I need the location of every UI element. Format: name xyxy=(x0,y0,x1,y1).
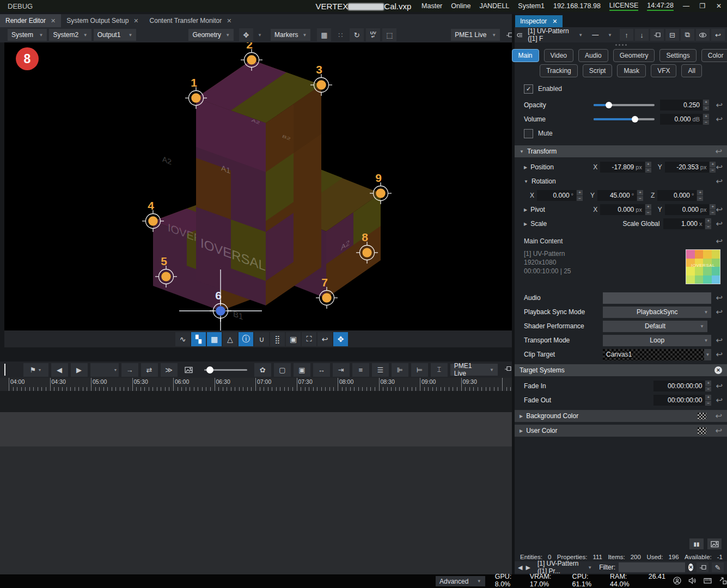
thumbnail-display-button[interactable] xyxy=(180,363,197,377)
pin-icon[interactable] xyxy=(504,365,512,375)
multi-select-button[interactable]: ⧉ xyxy=(681,29,694,41)
texture-preview-button[interactable]: ▚ xyxy=(191,332,206,346)
category-tab-audio[interactable]: Audio xyxy=(578,49,608,62)
undo-icon[interactable]: ↩ xyxy=(716,114,723,124)
frame-selection-button[interactable]: ▣ xyxy=(294,363,310,377)
pause-button[interactable]: ▮▮ xyxy=(689,538,704,549)
position-y-value[interactable]: -20.353px xyxy=(665,162,710,173)
dock-button[interactable]: ⊟ xyxy=(665,29,679,41)
minimize-button[interactable]: — xyxy=(682,2,690,10)
move-down-button[interactable]: ↓ xyxy=(635,29,649,41)
undo-icon[interactable]: ↩ xyxy=(716,395,723,405)
background-color-swatch[interactable] xyxy=(698,413,706,420)
rotation-z-value[interactable]: 0.000° xyxy=(657,190,697,201)
playback-sync-select[interactable]: PlaybackSync▼ xyxy=(603,307,711,318)
undo-icon[interactable]: ↩ xyxy=(716,307,723,317)
zoom-slider[interactable] xyxy=(204,369,247,371)
mute-checkbox[interactable] xyxy=(524,129,533,138)
rotation-y-stepper[interactable]: +− xyxy=(637,190,643,201)
position-x-stepper[interactable]: +− xyxy=(645,162,651,173)
scale-stepper[interactable]: +− xyxy=(705,218,711,229)
goto-cue-button[interactable]: → xyxy=(121,363,138,377)
info-overlay-button[interactable]: ⓘ xyxy=(239,332,253,346)
insert-button[interactable]: ⇥ xyxy=(333,363,350,377)
close-icon[interactable]: ✕ xyxy=(227,17,231,24)
prev-entity-button[interactable]: ◀ xyxy=(518,564,522,571)
pivot-y-stepper[interactable]: +− xyxy=(710,204,716,215)
undo-icon[interactable]: ↩ xyxy=(716,381,723,391)
bounds-button[interactable]: ▣ xyxy=(286,332,301,346)
user-color-header[interactable]: ▶User Color ↩ xyxy=(515,425,727,437)
undo-view-button[interactable]: ↩ xyxy=(317,332,332,346)
grid-button[interactable]: ▦ xyxy=(207,332,222,346)
previous-cue-button[interactable]: ◀ xyxy=(51,363,68,377)
playhead-indicator[interactable] xyxy=(4,364,5,376)
user-color-swatch[interactable] xyxy=(698,427,706,434)
position-x-value[interactable]: -17.809px xyxy=(600,162,645,173)
clip-target-select[interactable]: Canvas1 ▼ xyxy=(603,349,711,360)
gizmo-button[interactable]: ✥ xyxy=(333,332,348,346)
projector-cone-button[interactable]: △ xyxy=(223,332,237,346)
fit-horizontal-button[interactable]: ↔ xyxy=(313,363,330,377)
undo-icon[interactable]: ↩ xyxy=(716,350,723,359)
pivot-x-stepper[interactable]: +− xyxy=(645,204,651,215)
grid-toggle-button[interactable]: ▦ xyxy=(317,28,331,41)
move-tool-button[interactable]: ✥ xyxy=(239,28,253,41)
entity-nav-select[interactable]: [1] UV-Pattern ([1] Pr...▼ xyxy=(534,561,596,573)
pin-button[interactable] xyxy=(697,562,708,572)
magnet-snap-button[interactable]: ∪ xyxy=(254,332,269,346)
system-select[interactable]: System▼ xyxy=(8,29,47,41)
rotation-y-value[interactable]: 45.000° xyxy=(597,190,637,201)
opacity-stepper[interactable]: +− xyxy=(703,100,709,111)
shuffle-button[interactable]: ⇄ xyxy=(141,363,158,377)
rotation-z-stepper[interactable]: +− xyxy=(697,190,703,201)
preview-image-button[interactable] xyxy=(707,538,722,549)
category-tab-tracking[interactable]: Tracking xyxy=(540,64,578,77)
license-button[interactable]: LICENSE xyxy=(609,2,639,11)
tab-render-editor[interactable]: Render Editor✕ xyxy=(0,14,61,27)
insert-track-button[interactable]: ⊫ xyxy=(392,363,408,377)
undo-icon[interactable]: ↩ xyxy=(716,236,723,246)
pivot-x-value[interactable]: 0.000px xyxy=(600,204,645,215)
waveform-button[interactable]: ∿ xyxy=(175,332,190,346)
undo-icon[interactable]: ↩ xyxy=(716,176,723,186)
skip-button[interactable]: ≫ xyxy=(161,363,178,377)
filter-input[interactable] xyxy=(619,562,685,572)
system2-select[interactable]: System2▼ xyxy=(49,29,91,41)
stack-button[interactable]: ☰ xyxy=(372,363,389,377)
background-color-header[interactable]: ▶Background Color ↩ xyxy=(515,410,727,422)
undo-icon[interactable]: ↩ xyxy=(716,219,723,229)
mode-select[interactable]: —▼ xyxy=(588,29,616,41)
volume-slider[interactable] xyxy=(594,118,655,120)
category-tab-mask[interactable]: Mask xyxy=(617,64,646,77)
visibility-button[interactable] xyxy=(696,29,710,41)
speaker-icon[interactable] xyxy=(688,577,697,586)
align-center-button[interactable]: ≡ xyxy=(352,363,369,377)
rotation-x-stepper[interactable]: +− xyxy=(577,190,583,201)
category-tab-vfx[interactable]: VFX xyxy=(651,64,676,77)
pin-button[interactable] xyxy=(650,29,664,41)
undo-icon[interactable]: ↩ xyxy=(715,146,722,156)
volume-stepper[interactable]: +− xyxy=(703,114,709,125)
close-icon[interactable]: ✕ xyxy=(552,18,557,25)
next-entity-button[interactable]: ▶ xyxy=(526,564,530,571)
transform-section-header[interactable]: ▼Transform ↩ xyxy=(515,145,727,157)
clear-filter-icon[interactable]: ✕ xyxy=(688,564,693,571)
audio-input[interactable] xyxy=(603,292,711,304)
advanced-select[interactable]: Advanced▼ xyxy=(436,576,485,586)
render-viewport[interactable]: A2 A2 IOVERSAL B2 A1 IOVERSAL xyxy=(4,42,512,330)
edit-button[interactable]: ✎ xyxy=(712,562,724,572)
undo-icon[interactable]: ↩ xyxy=(716,100,723,110)
reset-all-button[interactable]: ↩ xyxy=(711,29,725,41)
category-tab-all[interactable]: All xyxy=(681,64,701,77)
undo-icon[interactable]: ↩ xyxy=(716,205,723,215)
person-icon[interactable] xyxy=(673,577,681,586)
tab-system-output-setup[interactable]: System Output Setup✕ xyxy=(61,14,144,27)
output-select[interactable]: Output1▼ xyxy=(94,29,137,41)
dot-grid-button[interactable]: ⣿ xyxy=(270,332,285,346)
geometry-mode-select[interactable]: Geometry▼ xyxy=(188,29,234,41)
selection-rect-button[interactable]: ⬚ xyxy=(382,28,396,41)
splitter-dots[interactable] xyxy=(515,42,727,47)
close-icon[interactable]: ✕ xyxy=(51,17,56,24)
transform-reset-button[interactable]: ↻ xyxy=(350,28,364,41)
